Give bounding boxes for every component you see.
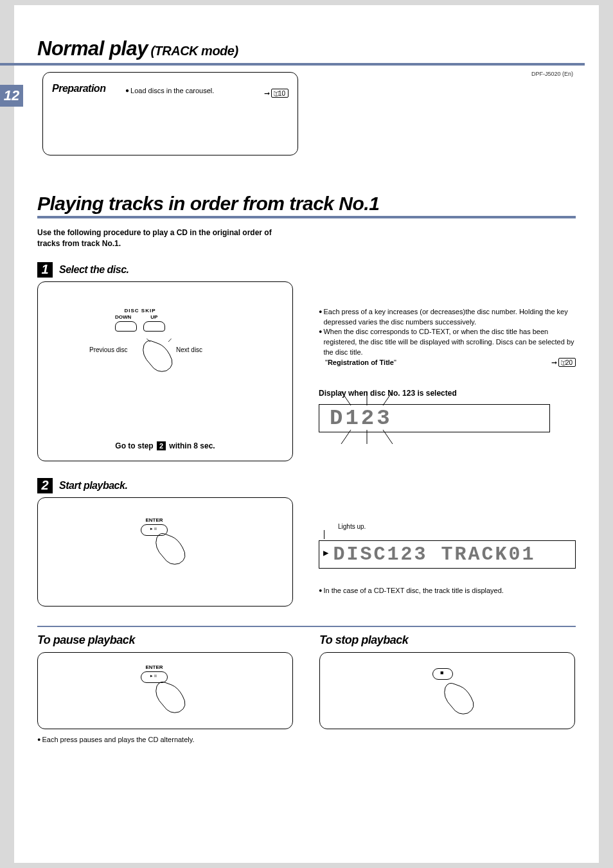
- lcd-full-value: DISC123 TRACK01: [333, 544, 535, 565]
- preparation-bullet: ●Load discs in the carousel.: [125, 87, 214, 94]
- registration-title: Registration of Title: [328, 359, 394, 366]
- step1-right: ●Each press of a key increases (or decre…: [319, 281, 576, 461]
- page-ref-number: 20: [565, 359, 573, 366]
- step1-diagram: DISC SKIP DOWN UP Previous disc Next dis…: [37, 281, 293, 461]
- step2-right: Lights up. ▶ DISC123 TRACK01 ●In the cas…: [319, 497, 576, 607]
- bullet-icon: ●: [319, 308, 322, 328]
- previous-disc-label: Previous disc: [89, 346, 127, 353]
- enter-label: ENTER: [141, 664, 168, 670]
- hand-press-icon: [154, 680, 192, 725]
- open-book-icon: [561, 360, 566, 366]
- svg-line-0: [341, 391, 351, 405]
- disc-down-button: [115, 321, 137, 332]
- stop-title: To stop playback: [319, 633, 576, 647]
- quote-close: ": [394, 359, 396, 366]
- pause-title: To pause playback: [37, 633, 294, 647]
- page-ref-box: 10: [271, 89, 289, 98]
- step2-badge: 2: [37, 478, 53, 493]
- pause-note: ●Each press pauses and plays the CD alte…: [37, 736, 294, 743]
- step2-title: Start playback.: [59, 480, 127, 492]
- page-ref-number: 10: [278, 90, 285, 97]
- step2-header: 2 Start playback.: [37, 478, 576, 493]
- bullet-icon: ●: [319, 328, 322, 359]
- step1-header: 1 Select the disc.: [37, 262, 576, 278]
- step1-note2-text: When the disc corresponds to CD-TEXT, or…: [323, 327, 576, 358]
- section-intro: Use the following procedure to play a CD…: [37, 227, 294, 249]
- page-number-tab: 12: [0, 85, 23, 107]
- disc-skip-buttons: [115, 321, 165, 332]
- bullet-icon: ●: [37, 736, 40, 743]
- step1-note1: ●Each press of a key increases (or decre…: [319, 307, 576, 328]
- content-area: Playing tracks in order from track No.1 …: [14, 193, 599, 743]
- page-ref-box: 20: [558, 358, 576, 367]
- page-container: Normal play (TRACK mode) DPF-J5020 (En) …: [14, 5, 599, 863]
- subsection-underline: [37, 626, 576, 627]
- step1-columns: DISC SKIP DOWN UP Previous disc Next dis…: [37, 281, 576, 461]
- cdtext-note-text: In the case of a CD-TEXT disc, the track…: [323, 587, 503, 594]
- bullet-icon: ●: [319, 587, 322, 594]
- preparation-pageref: ➞ 10: [264, 87, 289, 98]
- up-label: UP: [150, 314, 157, 320]
- title-underline: [0, 63, 585, 66]
- hand-press-icon: [442, 681, 481, 726]
- page-title-sub: (TRACK mode): [150, 44, 238, 58]
- open-book-icon: [274, 91, 279, 96]
- stop-diagram: [319, 652, 575, 729]
- disc-skip-label: DISC SKIP: [115, 308, 165, 314]
- lights-up-line: [324, 530, 324, 539]
- stop-column: To stop playback: [319, 633, 576, 743]
- go-to-step-pre: Go to step: [115, 441, 153, 450]
- pause-note-text: Each press pauses and plays the CD alter…: [42, 736, 194, 743]
- hand-press-icon: [141, 339, 179, 384]
- hand-press-icon: [154, 531, 192, 576]
- indicator-lines-bottom-icon: [338, 430, 396, 445]
- preparation-box: Preparation ●Load discs in the carousel.…: [42, 72, 298, 155]
- lcd-wrapper: D123: [319, 404, 576, 432]
- section-title: Playing tracks in order from track No.1: [37, 193, 576, 215]
- stop-button: [432, 668, 453, 680]
- disc-up-button: [143, 321, 165, 332]
- next-disc-label: Next disc: [176, 346, 202, 353]
- section-underline: [37, 216, 576, 218]
- lcd-display-full: ▶ DISC123 TRACK01: [319, 540, 576, 569]
- arrow-icon: ➞: [264, 89, 270, 97]
- lcd-display-small: D123: [319, 404, 550, 432]
- lights-up-label: Lights up.: [338, 523, 576, 530]
- go-to-step-badge: 2: [157, 441, 166, 450]
- cdtext-note: ●In the case of a CD-TEXT disc, the trac…: [319, 587, 576, 594]
- pause-diagram: ENTER: [37, 652, 293, 729]
- page-title-section: Normal play (TRACK mode): [14, 5, 599, 60]
- pause-stop-row: To pause playback ENTER ●Each press paus…: [37, 633, 576, 743]
- step2-diagram: ENTER: [37, 497, 293, 607]
- preparation-title: Preparation: [52, 83, 105, 94]
- page-title-main: Normal play: [37, 37, 148, 60]
- preparation-text: Load discs in the carousel.: [130, 87, 214, 94]
- enter-label: ENTER: [141, 517, 168, 523]
- down-label: DOWN: [115, 314, 131, 320]
- lcd-value: D123: [330, 406, 393, 430]
- step2-left: ENTER: [37, 497, 293, 607]
- step1-badge: 1: [37, 262, 53, 278]
- step1-left: DISC SKIP DOWN UP Previous disc Next dis…: [37, 281, 293, 461]
- disc-skip-group: DISC SKIP DOWN UP: [115, 308, 165, 332]
- preparation-row: 12 Preparation ●Load discs in the carous…: [14, 72, 599, 155]
- step1-title: Select the disc.: [59, 264, 129, 276]
- pause-column: To pause playback ENTER ●Each press paus…: [37, 633, 294, 743]
- go-to-step-text: Go to step 2 within 8 sec.: [38, 441, 292, 450]
- disc-skip-sublabels: DOWN UP: [115, 314, 165, 320]
- svg-line-2: [383, 391, 393, 405]
- svg-line-5: [383, 430, 393, 444]
- step1-note1-text: Each press of a key increases (or decrea…: [323, 307, 576, 328]
- go-to-step-post: within 8 sec.: [169, 441, 215, 450]
- step1-note2: ●When the disc corresponds to CD-TEXT, o…: [319, 327, 576, 358]
- stop-button-group: [432, 668, 453, 680]
- bullet-icon: ●: [125, 87, 129, 94]
- step1-notes: ●Each press of a key increases (or decre…: [319, 307, 576, 369]
- svg-line-3: [341, 430, 351, 444]
- arrow-icon: ➞: [551, 359, 557, 366]
- play-icon: ▶: [323, 547, 330, 558]
- step2-columns: ENTER Lights up. ▶ DISC123 TRACK01 ●In t…: [37, 497, 576, 607]
